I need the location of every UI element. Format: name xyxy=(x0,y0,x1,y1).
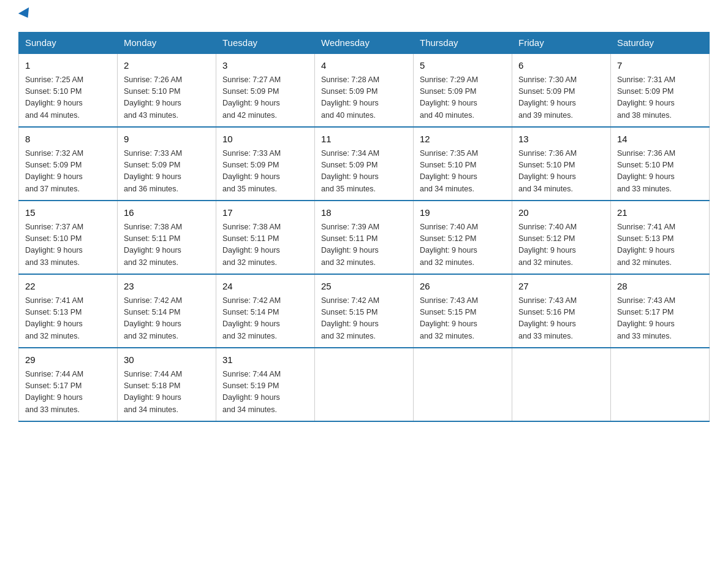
day-sun-info: Sunrise: 7:36 AMSunset: 5:10 PMDaylight:… xyxy=(617,148,703,196)
calendar-day-cell: 28Sunrise: 7:43 AMSunset: 5:17 PMDayligh… xyxy=(611,274,710,348)
day-number: 23 xyxy=(124,280,210,294)
day-sun-info: Sunrise: 7:31 AMSunset: 5:09 PMDaylight:… xyxy=(617,74,703,122)
calendar-week-row: 1Sunrise: 7:25 AMSunset: 5:10 PMDaylight… xyxy=(19,53,710,127)
day-of-week-header: Friday xyxy=(512,33,611,54)
calendar-day-cell: 29Sunrise: 7:44 AMSunset: 5:17 PMDayligh… xyxy=(19,348,118,421)
day-number: 8 xyxy=(25,132,111,147)
day-sun-info: Sunrise: 7:28 AMSunset: 5:09 PMDaylight:… xyxy=(321,74,407,122)
day-number: 18 xyxy=(321,206,407,220)
day-sun-info: Sunrise: 7:43 AMSunset: 5:17 PMDaylight:… xyxy=(617,295,703,343)
day-number: 27 xyxy=(518,280,604,294)
calendar-day-cell: 14Sunrise: 7:36 AMSunset: 5:10 PMDayligh… xyxy=(611,127,710,201)
day-sun-info: Sunrise: 7:32 AMSunset: 5:09 PMDaylight:… xyxy=(25,148,111,196)
calendar-day-cell: 9Sunrise: 7:33 AMSunset: 5:09 PMDaylight… xyxy=(118,127,216,201)
calendar-day-cell: 5Sunrise: 7:29 AMSunset: 5:09 PMDaylight… xyxy=(414,53,512,127)
calendar-day-cell: 31Sunrise: 7:44 AMSunset: 5:19 PMDayligh… xyxy=(216,348,315,421)
day-number: 14 xyxy=(617,132,703,147)
calendar-day-cell: 7Sunrise: 7:31 AMSunset: 5:09 PMDaylight… xyxy=(611,53,710,127)
day-number: 20 xyxy=(518,206,604,220)
day-number: 3 xyxy=(222,59,308,73)
day-number: 1 xyxy=(25,59,111,73)
day-sun-info: Sunrise: 7:30 AMSunset: 5:09 PMDaylight:… xyxy=(518,74,604,122)
calendar-day-cell: 18Sunrise: 7:39 AMSunset: 5:11 PMDayligh… xyxy=(315,201,414,274)
day-sun-info: Sunrise: 7:36 AMSunset: 5:10 PMDaylight:… xyxy=(518,148,604,196)
calendar-day-cell: 13Sunrise: 7:36 AMSunset: 5:10 PMDayligh… xyxy=(512,127,611,201)
day-sun-info: Sunrise: 7:33 AMSunset: 5:09 PMDaylight:… xyxy=(222,148,308,196)
day-number: 31 xyxy=(222,353,308,367)
day-sun-info: Sunrise: 7:43 AMSunset: 5:15 PMDaylight:… xyxy=(420,295,506,343)
day-sun-info: Sunrise: 7:42 AMSunset: 5:15 PMDaylight:… xyxy=(321,295,407,343)
day-sun-info: Sunrise: 7:42 AMSunset: 5:14 PMDaylight:… xyxy=(222,295,308,343)
page-header xyxy=(18,12,710,21)
day-number: 24 xyxy=(222,280,308,294)
day-number: 12 xyxy=(420,132,506,147)
calendar-day-cell: 17Sunrise: 7:38 AMSunset: 5:11 PMDayligh… xyxy=(216,201,315,274)
calendar-week-row: 15Sunrise: 7:37 AMSunset: 5:10 PMDayligh… xyxy=(19,201,710,274)
day-sun-info: Sunrise: 7:27 AMSunset: 5:09 PMDaylight:… xyxy=(222,74,308,122)
day-number: 26 xyxy=(420,280,506,294)
day-sun-info: Sunrise: 7:26 AMSunset: 5:10 PMDaylight:… xyxy=(124,74,210,122)
day-number: 13 xyxy=(518,132,604,147)
day-number: 2 xyxy=(124,59,210,73)
day-sun-info: Sunrise: 7:40 AMSunset: 5:12 PMDaylight:… xyxy=(420,221,506,269)
calendar-day-cell: 20Sunrise: 7:40 AMSunset: 5:12 PMDayligh… xyxy=(512,201,611,274)
calendar-day-cell: 30Sunrise: 7:44 AMSunset: 5:18 PMDayligh… xyxy=(118,348,216,421)
day-sun-info: Sunrise: 7:41 AMSunset: 5:13 PMDaylight:… xyxy=(617,221,703,269)
calendar-day-cell: 24Sunrise: 7:42 AMSunset: 5:14 PMDayligh… xyxy=(216,274,315,348)
day-number: 28 xyxy=(617,280,703,294)
day-sun-info: Sunrise: 7:44 AMSunset: 5:17 PMDaylight:… xyxy=(25,369,111,416)
day-number: 5 xyxy=(420,59,506,73)
day-number: 7 xyxy=(617,59,703,73)
calendar-day-cell: 15Sunrise: 7:37 AMSunset: 5:10 PMDayligh… xyxy=(19,201,118,274)
calendar-day-cell: 4Sunrise: 7:28 AMSunset: 5:09 PMDaylight… xyxy=(315,53,414,127)
day-number: 15 xyxy=(25,206,111,220)
calendar-day-cell xyxy=(315,348,414,421)
day-of-week-header: Tuesday xyxy=(216,33,315,54)
calendar-day-cell: 26Sunrise: 7:43 AMSunset: 5:15 PMDayligh… xyxy=(414,274,512,348)
calendar-day-cell: 22Sunrise: 7:41 AMSunset: 5:13 PMDayligh… xyxy=(19,274,118,348)
day-number: 17 xyxy=(222,206,308,220)
day-number: 11 xyxy=(321,132,407,147)
calendar-day-cell: 8Sunrise: 7:32 AMSunset: 5:09 PMDaylight… xyxy=(19,127,118,201)
calendar-week-row: 8Sunrise: 7:32 AMSunset: 5:09 PMDaylight… xyxy=(19,127,710,201)
calendar-day-cell: 25Sunrise: 7:42 AMSunset: 5:15 PMDayligh… xyxy=(315,274,414,348)
day-number: 25 xyxy=(321,280,407,294)
day-number: 4 xyxy=(321,59,407,73)
calendar-week-row: 29Sunrise: 7:44 AMSunset: 5:17 PMDayligh… xyxy=(19,348,710,421)
day-number: 10 xyxy=(222,132,308,147)
day-sun-info: Sunrise: 7:25 AMSunset: 5:10 PMDaylight:… xyxy=(25,74,111,122)
day-sun-info: Sunrise: 7:43 AMSunset: 5:16 PMDaylight:… xyxy=(518,295,604,343)
day-sun-info: Sunrise: 7:35 AMSunset: 5:10 PMDaylight:… xyxy=(420,148,506,196)
logo xyxy=(18,12,32,21)
day-sun-info: Sunrise: 7:29 AMSunset: 5:09 PMDaylight:… xyxy=(420,74,506,122)
day-number: 21 xyxy=(617,206,703,220)
calendar-day-cell: 6Sunrise: 7:30 AMSunset: 5:09 PMDaylight… xyxy=(512,53,611,127)
calendar-day-cell: 3Sunrise: 7:27 AMSunset: 5:09 PMDaylight… xyxy=(216,53,315,127)
calendar-day-cell: 16Sunrise: 7:38 AMSunset: 5:11 PMDayligh… xyxy=(118,201,216,274)
day-number: 30 xyxy=(124,353,210,367)
day-of-week-header: Wednesday xyxy=(315,33,414,54)
day-sun-info: Sunrise: 7:39 AMSunset: 5:11 PMDaylight:… xyxy=(321,221,407,269)
day-number: 29 xyxy=(25,353,111,367)
calendar-table: SundayMondayTuesdayWednesdayThursdayFrid… xyxy=(18,32,710,422)
calendar-day-cell: 21Sunrise: 7:41 AMSunset: 5:13 PMDayligh… xyxy=(611,201,710,274)
day-number: 6 xyxy=(518,59,604,73)
day-sun-info: Sunrise: 7:38 AMSunset: 5:11 PMDaylight:… xyxy=(222,221,308,269)
day-sun-info: Sunrise: 7:44 AMSunset: 5:18 PMDaylight:… xyxy=(124,369,210,416)
day-sun-info: Sunrise: 7:42 AMSunset: 5:14 PMDaylight:… xyxy=(124,295,210,343)
days-header-row: SundayMondayTuesdayWednesdayThursdayFrid… xyxy=(19,33,710,54)
calendar-day-cell: 2Sunrise: 7:26 AMSunset: 5:10 PMDaylight… xyxy=(118,53,216,127)
day-of-week-header: Thursday xyxy=(414,33,512,54)
calendar-day-cell: 1Sunrise: 7:25 AMSunset: 5:10 PMDaylight… xyxy=(19,53,118,127)
day-sun-info: Sunrise: 7:40 AMSunset: 5:12 PMDaylight:… xyxy=(518,221,604,269)
day-number: 9 xyxy=(124,132,210,147)
day-sun-info: Sunrise: 7:37 AMSunset: 5:10 PMDaylight:… xyxy=(25,221,111,269)
day-of-week-header: Monday xyxy=(118,33,216,54)
calendar-day-cell: 23Sunrise: 7:42 AMSunset: 5:14 PMDayligh… xyxy=(118,274,216,348)
day-of-week-header: Saturday xyxy=(611,33,710,54)
calendar-day-cell: 27Sunrise: 7:43 AMSunset: 5:16 PMDayligh… xyxy=(512,274,611,348)
calendar-day-cell xyxy=(414,348,512,421)
day-sun-info: Sunrise: 7:44 AMSunset: 5:19 PMDaylight:… xyxy=(222,369,308,416)
calendar-day-cell xyxy=(611,348,710,421)
day-sun-info: Sunrise: 7:41 AMSunset: 5:13 PMDaylight:… xyxy=(25,295,111,343)
